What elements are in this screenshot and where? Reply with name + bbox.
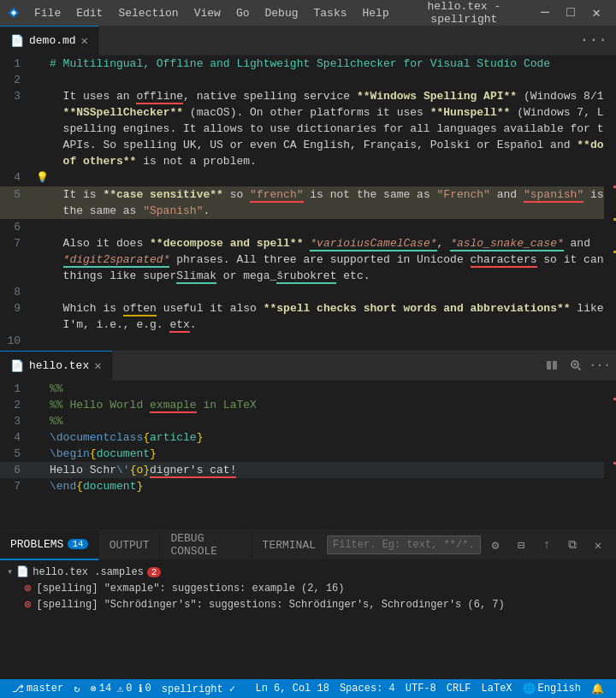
language-item[interactable]: LaTeX bbox=[477, 679, 518, 698]
position-item[interactable]: Ln 6, Col 18 bbox=[251, 679, 335, 698]
line-content: %% bbox=[50, 413, 616, 429]
table-row: *digit2sparated* phrases. All three are … bbox=[0, 251, 616, 268]
tab-demo-md[interactable]: 📄 demo.md ✕ bbox=[0, 26, 99, 56]
tab-hello-tex[interactable]: 📄 hello.tex ✕ bbox=[0, 351, 113, 381]
info-label: 0 bbox=[145, 683, 151, 695]
line-content: *digit2sparated* phrases. All three are … bbox=[50, 251, 616, 268]
encoding-item[interactable]: UTF-8 bbox=[400, 679, 441, 698]
line-content: \documentclass{article} bbox=[50, 429, 616, 446]
close-button[interactable]: ✕ bbox=[583, 0, 609, 26]
file-icon: 📄 bbox=[10, 34, 24, 48]
table-row: 5 It is **case sensitive** so "french" i… bbox=[0, 186, 616, 203]
layout-icon[interactable]: ⧉ bbox=[561, 534, 583, 556]
line-content bbox=[50, 284, 616, 300]
position-label: Ln 6, Col 18 bbox=[256, 683, 329, 695]
clear-icon[interactable]: ↑ bbox=[536, 534, 558, 556]
menu-go[interactable]: Go bbox=[229, 5, 257, 21]
git-branch-label: master bbox=[27, 683, 63, 695]
panel: PROBLEMS 14 OUTPUT DEBUG CONSOLE TERMINA… bbox=[0, 529, 616, 679]
line-ending-item[interactable]: CRLF bbox=[441, 679, 477, 698]
menu-selection[interactable]: Selection bbox=[111, 5, 185, 21]
bell-icon: 🔔 bbox=[591, 683, 604, 695]
line-content bbox=[50, 169, 616, 186]
line-content bbox=[50, 219, 616, 235]
info-icon: ℹ bbox=[139, 683, 143, 695]
app-icon bbox=[7, 6, 21, 20]
line-content bbox=[50, 333, 616, 349]
table-row: 1 %% bbox=[0, 381, 616, 397]
spaces-item[interactable]: Spaces: 4 bbox=[335, 679, 400, 698]
menu-file[interactable]: File bbox=[27, 5, 68, 21]
menu-help[interactable]: Help bbox=[356, 5, 396, 21]
line-content: It is **case sensitive** so "french" is … bbox=[50, 186, 616, 203]
errors-item[interactable]: ⊗ 14 ⚠ 0 ℹ 0 bbox=[85, 679, 156, 698]
menu-tasks[interactable]: Tasks bbox=[307, 5, 354, 21]
error-count-label: 14 bbox=[99, 683, 111, 695]
git-branch-item[interactable]: ⎇ master bbox=[7, 679, 68, 698]
maximize-button[interactable]: □ bbox=[558, 0, 583, 26]
table-row: the same as "Spanish". bbox=[0, 203, 616, 219]
problem-item[interactable]: ⊗ [spelling] "Schrödinger's": suggestion… bbox=[0, 596, 616, 612]
panel-tab-debug-console[interactable]: DEBUG CONSOLE bbox=[160, 530, 252, 560]
table-row: 8 bbox=[0, 284, 616, 300]
line-ending-label: CRLF bbox=[447, 683, 471, 695]
panel-tab-problems[interactable]: PROBLEMS 14 bbox=[0, 530, 99, 560]
problem-text: [spelling] "Schrödinger's": suggestions:… bbox=[36, 599, 504, 611]
line-content: \begin{document} bbox=[50, 446, 616, 462]
tab-label: demo.md bbox=[29, 34, 76, 47]
sync-icon: ↻ bbox=[74, 683, 80, 695]
problem-item[interactable]: ⊗ [spelling] "exmaple": suggestions: exa… bbox=[0, 580, 616, 596]
svg-rect-1 bbox=[553, 361, 557, 370]
panel-tab-terminal[interactable]: TERMINAL bbox=[252, 530, 327, 560]
zoom-button[interactable] bbox=[565, 354, 587, 376]
line-content: Hello Schr\'{o}digner's cat! bbox=[50, 462, 616, 478]
minimize-button[interactable]: ─ bbox=[532, 0, 558, 26]
table-row: 6 Hello Schr\'{o}digner's cat! bbox=[0, 462, 616, 478]
table-row: of others** is not a problem. bbox=[0, 153, 616, 169]
table-row: 7 Also it does **decompose and spell** *… bbox=[0, 235, 616, 251]
more-tabs-button[interactable]: ··· bbox=[572, 32, 616, 49]
table-row: APIs. So spelling UK, US or even CA Engl… bbox=[0, 137, 616, 153]
filter-settings-icon[interactable]: ⚙ bbox=[484, 534, 506, 556]
tab-close-hello-icon[interactable]: ✕ bbox=[94, 358, 101, 373]
top-editor-area: 1 # Multilingual, Offline and Lightweigh… bbox=[0, 56, 616, 529]
spellright-item[interactable]: spellright ✓ bbox=[157, 679, 240, 698]
top-editor-code[interactable]: 1 # Multilingual, Offline and Lightweigh… bbox=[0, 56, 616, 350]
more-actions-button[interactable]: ··· bbox=[589, 354, 611, 376]
file-icon: 📄 bbox=[10, 359, 24, 373]
bottom-scrollbar-track bbox=[604, 381, 616, 529]
sync-item[interactable]: ↻ bbox=[68, 679, 85, 698]
line-content: Which is often useful it also **spell ch… bbox=[50, 300, 616, 316]
table-row: 2 %% Hello World exmaple in LaTeX bbox=[0, 397, 616, 413]
group-expand-icon[interactable]: ▾ bbox=[7, 565, 13, 578]
language-label: LaTeX bbox=[482, 683, 512, 695]
problem-group-badge: 2 bbox=[147, 567, 162, 577]
menu-view[interactable]: View bbox=[187, 5, 228, 21]
lang-select-item[interactable]: 🌐 English bbox=[518, 679, 586, 698]
table-row: 4 💡 bbox=[0, 169, 616, 186]
tab-close-icon[interactable]: ✕ bbox=[81, 33, 88, 48]
editor-actions: ··· bbox=[541, 354, 616, 376]
window-controls: ─ □ ✕ bbox=[532, 0, 609, 26]
panel-tab-terminal-label: TERMINAL bbox=[263, 539, 316, 552]
menu-edit[interactable]: Edit bbox=[69, 5, 110, 21]
problems-badge: 14 bbox=[68, 539, 87, 549]
split-editor-button[interactable] bbox=[541, 354, 563, 376]
table-row: 3 %% bbox=[0, 413, 616, 429]
close-panel-icon[interactable]: ✕ bbox=[587, 534, 609, 556]
error-count-icon: ⊗ bbox=[90, 683, 96, 695]
bottom-editor-code[interactable]: 1 %% 2 %% Hello World exmaple in LaTeX 3… bbox=[0, 381, 616, 529]
collapse-all-icon[interactable]: ⊟ bbox=[510, 534, 532, 556]
table-row: 6 bbox=[0, 219, 616, 235]
line-content: %% bbox=[50, 381, 616, 397]
panel-filter-input[interactable] bbox=[327, 535, 481, 554]
line-content: **NSSpellChecker** (macOS). On other pla… bbox=[50, 104, 616, 121]
menu-debug[interactable]: Debug bbox=[258, 5, 305, 21]
table-row: **NSSpellChecker** (macOS). On other pla… bbox=[0, 104, 616, 121]
line-content: APIs. So spelling UK, US or even CA Engl… bbox=[50, 137, 616, 153]
bottom-editor-tabbar: 📄 hello.tex ✕ ··· bbox=[0, 351, 616, 381]
notifications-item[interactable]: 🔔 bbox=[586, 679, 609, 698]
svg-rect-0 bbox=[547, 361, 551, 370]
top-editor: 1 # Multilingual, Offline and Lightweigh… bbox=[0, 56, 616, 350]
panel-tab-output[interactable]: OUTPUT bbox=[99, 530, 161, 560]
